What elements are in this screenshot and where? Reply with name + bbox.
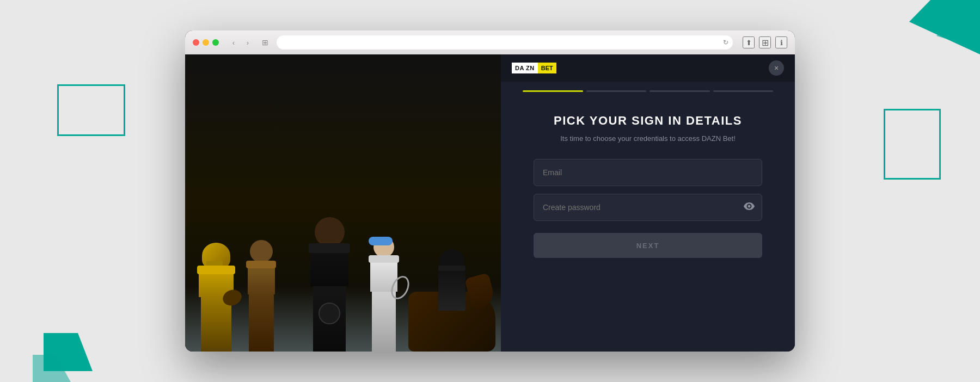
info-button[interactable]: ℹ [775, 36, 787, 48]
email-input[interactable] [534, 159, 762, 186]
email-field-container [534, 159, 762, 186]
forward-button[interactable]: › [242, 36, 254, 48]
close-window-button[interactable] [193, 39, 199, 46]
horse-rider [408, 259, 495, 352]
progress-bar [501, 82, 795, 92]
header-bar: DA ZN BET × [501, 54, 795, 82]
logo: DA ZN BET [512, 63, 556, 73]
password-input[interactable] [534, 194, 762, 221]
tab-view-button[interactable]: ⊞ [259, 36, 271, 48]
right-panel: DA ZN BET × PICK YOUR SIGN IN DETAILS It… [501, 54, 795, 352]
logo-dazn: DA ZN [512, 63, 538, 73]
bg-decoration-left-rect [57, 84, 125, 136]
browser-window: ‹ › ⊞ ↻ ⬆ ⊞ ℹ [185, 30, 795, 352]
sports-scene [185, 54, 501, 352]
logo-bet: BET [538, 63, 556, 73]
traffic-lights [193, 39, 219, 46]
toolbar-icons: ⬆ ⊞ ℹ [743, 36, 787, 48]
reload-icon[interactable]: ↻ [723, 39, 728, 46]
form-title: PICK YOUR SIGN IN DETAILS [554, 114, 742, 128]
bg-decoration-right-rect [884, 109, 941, 180]
password-field-container [534, 194, 762, 221]
football-player [199, 243, 234, 352]
close-button[interactable]: × [769, 60, 784, 76]
form-content: PICK YOUR SIGN IN DETAILS Its time to ch… [501, 92, 795, 352]
browser-content: DA ZN BET × PICK YOUR SIGN IN DETAILS It… [185, 54, 795, 352]
boxer [248, 240, 275, 352]
nav-buttons: ‹ › [228, 36, 254, 48]
maximize-window-button[interactable] [212, 39, 219, 46]
share-button[interactable]: ⬆ [743, 36, 755, 48]
soccer-player [310, 217, 348, 352]
password-wrapper [534, 194, 762, 221]
add-bookmark-button[interactable]: ⊞ [759, 36, 771, 48]
next-button[interactable]: NEXT [534, 233, 762, 258]
browser-chrome: ‹ › ⊞ ↻ ⬆ ⊞ ℹ [185, 30, 795, 54]
minimize-window-button[interactable] [203, 39, 209, 46]
tennis-player [370, 237, 397, 352]
back-button[interactable]: ‹ [228, 36, 240, 48]
form-subtitle: Its time to choose your credentials to a… [560, 134, 736, 143]
toggle-password-icon[interactable] [744, 202, 755, 212]
sports-panel [185, 54, 501, 352]
address-bar[interactable]: ↻ [277, 35, 733, 50]
